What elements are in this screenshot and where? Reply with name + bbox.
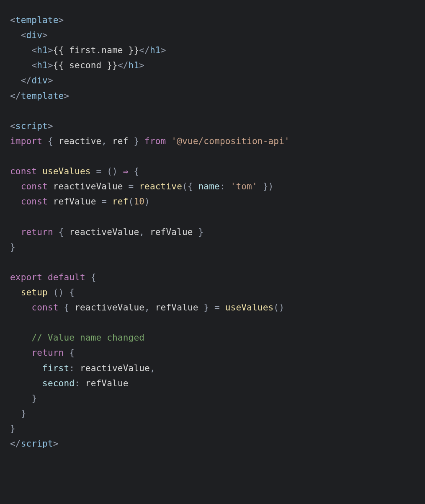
code-line: </template>: [10, 91, 69, 101]
code-line: <h1>{{ second }}</h1>: [10, 60, 144, 70]
code-line: </div>: [10, 75, 53, 85]
code-line: </script>: [10, 439, 59, 449]
code-line: const refValue = ref(10): [10, 196, 150, 207]
code-line: // Value name changed: [10, 333, 144, 343]
code-line: }: [10, 424, 15, 434]
code-line: const useValues = () ⇒ {: [10, 166, 139, 176]
code-line: }: [10, 393, 37, 403]
code-line: const { reactiveValue, refValue } = useV…: [10, 302, 284, 313]
code-line: return {: [10, 348, 75, 358]
code-line: <h1>{{ first.name }}</h1>: [10, 45, 166, 55]
code-line: }: [10, 408, 26, 419]
code-editor[interactable]: <template> <div> <h1>{{ first.name }}</h…: [0, 0, 425, 464]
code-line: }: [10, 242, 15, 252]
code-line: export default {: [10, 272, 96, 282]
code-line: return { reactiveValue, refValue }: [10, 227, 203, 237]
code-line: <div>: [10, 30, 48, 40]
code-line: first: reactiveValue,: [10, 363, 155, 373]
code-line: <template>: [10, 15, 64, 25]
code-line: const reactiveValue = reactive({ name: '…: [10, 181, 273, 191]
code-line: <script>: [10, 121, 53, 131]
code-line: import { reactive, ref } from '@vue/comp…: [10, 136, 290, 146]
code-line: second: refValue: [10, 378, 129, 388]
code-line: setup () {: [10, 287, 75, 297]
